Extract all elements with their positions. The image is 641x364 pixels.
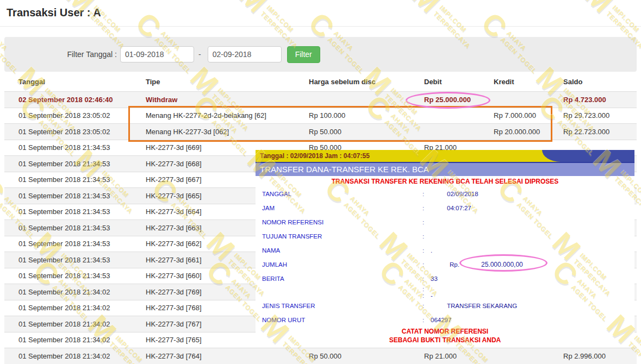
filter-label: Filter Tanggal : [56, 50, 117, 59]
cell-saldo: Rp 29.723.000 [559, 111, 637, 120]
transfer-receipt-overlay: Tanggal : 02/09/2018 Jam : 04:07:55 TRAN… [256, 150, 634, 347]
filter-bar: Filter Tanggal : - Filter [4, 37, 637, 72]
cell-tanggal: 01 September 2018 21:34:53 [4, 256, 141, 264]
cell-tanggal: 01 September 2018 21:34:53 [4, 272, 141, 280]
cell-tanggal: 01 September 2018 21:34:53 [4, 224, 141, 232]
debit-circle-annotation [406, 92, 490, 109]
receipt-field-colon: : [422, 275, 424, 282]
cell-harga: Rp 50.000 [304, 352, 420, 360]
receipt-field: JAM:04:07:27 [256, 201, 634, 215]
receipt-field-value: TRANSFER SEKARANG [447, 303, 517, 309]
receipt-field-value: - [431, 292, 433, 299]
receipt-field-value: 33 [431, 275, 438, 282]
receipt-field: NAMA:. [256, 243, 634, 258]
filter-date-from-input[interactable] [120, 46, 194, 62]
receipt-field-label: JENIS TRANSFER [262, 303, 315, 309]
cell-tanggal: 01 September 2018 21:34:53 [4, 208, 141, 216]
receipt-field-label: JUMLAH [262, 261, 287, 268]
receipt-field-currency: Rp. [450, 261, 459, 268]
receipt-status-message: TRANSAKSI TRANSFER KE REKENING BCA TELAH… [256, 178, 634, 187]
receipt-field-value: 04:07:27 [447, 205, 471, 211]
receipt-field-label: JAM [262, 205, 275, 211]
cell-tanggal: 01 September 2018 21:34:02 [4, 304, 141, 312]
receipt-field-colon: : [422, 261, 424, 268]
receipt-field-colon: : [422, 233, 424, 240]
column-header-debit: Debit [420, 78, 489, 86]
receipt-corner-decoration [542, 150, 634, 162]
filter-date-to-input[interactable] [208, 46, 282, 62]
filter-date-separator: - [198, 50, 201, 59]
receipt-field-colon: : [422, 292, 424, 299]
cell-tipe: Withdraw [141, 96, 304, 104]
receipt-field: NOMOR REFERENSI: [256, 215, 634, 229]
cell-tanggal: 01 September 2018 21:34:02 [4, 320, 141, 328]
receipt-field: JENIS TRANSFER:TRANSFER SEKARANG [256, 299, 634, 313]
column-header-saldo: Saldo [559, 78, 637, 86]
receipt-field-label: NOMOR REFERENSI [262, 219, 323, 225]
receipt-field: TUJUAN TRANSFER: [256, 229, 634, 243]
receipt-footer-line-1: CATAT NOMOR REFERENSI [256, 327, 634, 336]
cell-tanggal: 01 September 2018 21:34:53 [4, 192, 141, 200]
column-header-tanggal: Tanggal [4, 78, 141, 86]
receipt-field-value: 064297 [431, 317, 451, 323]
receipt-field: : [256, 286, 634, 292]
receipt-datetime-text: Tanggal : 02/09/2018 Jam : 04:07:55 [256, 150, 370, 162]
receipt-field-colon: : [422, 247, 424, 254]
column-header-harga: Harga sebelum disc [304, 78, 420, 86]
page: Transaksi User : A Filter Tanggal : - Fi… [0, 0, 641, 364]
receipt-field: :- [256, 292, 634, 299]
page-header: Transaksi User : A [0, 0, 641, 27]
receipt-field-label: BERITA [262, 275, 284, 282]
receipt-field-label: TUJUAN TRANSFER [262, 233, 322, 240]
receipt-field: NOMOR URUT:064297 [256, 313, 634, 327]
table-row: 01 September 2018 21:34:02HK-2277-3d [76… [4, 348, 637, 364]
receipt-field-value: . [431, 247, 432, 254]
cell-saldo: Rp 4.723.000 [559, 96, 637, 104]
receipt-field-colon: : [422, 191, 424, 197]
receipt-field-value: 02/09/2018 [447, 191, 478, 197]
receipt-field-colon: : [422, 317, 424, 323]
cell-tipe: HK-2277-3d [764] [141, 352, 304, 360]
highlight-rectangle-annotation [128, 106, 552, 142]
receipt-field: TANGGAL:02/09/2018 [256, 187, 634, 201]
filter-button[interactable]: Filter [287, 46, 320, 63]
table-header-row: Tanggal Tipe Harga sebelum disc Debit Kr… [4, 72, 637, 91]
cell-tanggal: 01 September 2018 23:05:02 [4, 111, 141, 120]
receipt-field-colon: : [422, 286, 424, 292]
cell-tanggal: 01 September 2018 21:34:02 [4, 288, 141, 296]
cell-debit: Rp 21.000 [420, 352, 489, 360]
receipt-title-bar: TRANSFER DANA-TRANSFER KE REK. BCA [256, 162, 634, 176]
receipt-footer-line-2: SEBAGAI BUKTI TRANSAKSI ANDA [256, 336, 634, 344]
jumlah-circle-annotation [459, 254, 547, 272]
receipt-fields: TANGGAL:02/09/2018JAM:04:07:27NOMOR REFE… [256, 187, 634, 327]
receipt-field: JUMLAH:Rp.25.000.000,00 [256, 258, 634, 272]
receipt-field: BERITA:33 [256, 272, 634, 286]
cell-saldo: Rp 2.996.000 [559, 352, 637, 360]
cell-tanggal: 01 September 2018 21:34:53 [4, 160, 141, 168]
receipt-footer-note: CATAT NOMOR REFERENSI SEBAGAI BUKTI TRAN… [256, 327, 634, 344]
cell-tanggal: 01 September 2018 21:34:02 [4, 336, 141, 344]
cell-tanggal: 01 September 2018 23:05:02 [4, 128, 141, 136]
table-row: 02 September 2018 02:46:40WithdrawRp 25.… [4, 91, 637, 108]
receipt-field-colon: : [422, 205, 424, 211]
receipt-datetime-bar: Tanggal : 02/09/2018 Jam : 04:07:55 [256, 150, 634, 162]
cell-tanggal: 01 September 2018 21:34:53 [4, 240, 141, 248]
column-header-tipe: Tipe [141, 78, 304, 86]
column-header-kredit: Kredit [489, 78, 559, 86]
cell-saldo: Rp 22.723.000 [559, 128, 637, 136]
receipt-field-colon: : [422, 219, 424, 225]
cell-tanggal: 02 September 2018 02:46:40 [4, 96, 141, 104]
cell-tanggal: 01 September 2018 21:34:53 [4, 143, 141, 152]
receipt-field-colon: : [422, 303, 424, 309]
receipt-field-label: NOMOR URUT [262, 317, 305, 323]
cell-tanggal: 01 September 2018 21:34:02 [4, 352, 141, 360]
page-title: Transaksi User : A [7, 7, 641, 19]
receipt-field-label: NAMA [262, 247, 280, 254]
cell-tanggal: 01 September 2018 21:34:53 [4, 175, 141, 184]
receipt-field-label: TANGGAL [262, 191, 291, 197]
